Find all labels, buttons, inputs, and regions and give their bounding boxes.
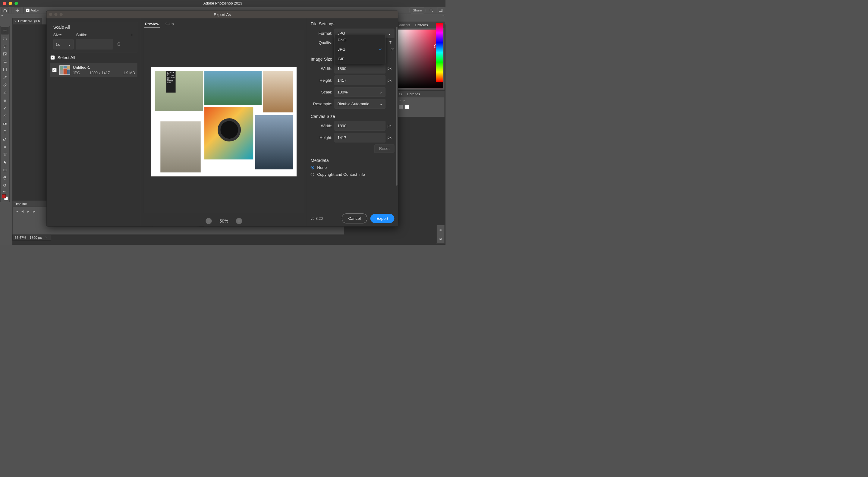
add-scale-button[interactable]: ＋ xyxy=(130,32,134,38)
frame-tool[interactable] xyxy=(1,66,9,73)
dialog-traffic-dot xyxy=(54,13,57,16)
object-select-tool[interactable] xyxy=(1,50,9,58)
svg-rect-3 xyxy=(4,37,6,40)
eyedropper-tool[interactable] xyxy=(1,73,9,81)
share-button[interactable]: Share xyxy=(409,7,426,13)
zoom-tool[interactable] xyxy=(1,182,9,189)
home-button[interactable] xyxy=(1,7,9,13)
pen-tool[interactable] xyxy=(1,143,9,151)
two-up-tab[interactable]: 2-Up xyxy=(164,20,175,28)
scrollbar[interactable] xyxy=(396,27,398,186)
history-brush-tool[interactable] xyxy=(1,104,9,112)
healing-tool[interactable] xyxy=(1,81,9,89)
panel-collapse-right[interactable]: ◂◂ xyxy=(442,14,444,18)
asset-filesize: 1.9 MB xyxy=(123,71,135,75)
workspace-switcher-icon[interactable] xyxy=(437,7,444,13)
canvas-height-input[interactable]: 1417 xyxy=(335,133,385,142)
asset-dimensions: 1890 x 1417 xyxy=(90,71,110,75)
patterns-tab[interactable]: Patterns xyxy=(412,22,430,28)
scale-size-value: 1x xyxy=(56,42,60,47)
close-window-button[interactable] xyxy=(3,2,6,5)
prev-frame-icon[interactable]: ◀| xyxy=(22,210,24,213)
panel-collapse-left[interactable]: ▸▸ xyxy=(1,14,3,18)
clone-stamp-tool[interactable] xyxy=(1,97,9,104)
move-tool[interactable] xyxy=(1,27,9,35)
asset-checkbox[interactable]: ✓ xyxy=(53,68,56,72)
export-as-dialog: Export As Scale All Size: Suffix: ＋ 1x ⌄ xyxy=(46,10,398,227)
format-option-jpg[interactable]: JPG ✓ xyxy=(335,44,385,54)
scale-suffix-input[interactable] xyxy=(76,39,113,50)
search-icon[interactable] xyxy=(428,7,435,13)
export-button[interactable]: Export xyxy=(370,214,395,223)
scale-select[interactable]: 100% ⌄ xyxy=(335,87,385,97)
play-icon[interactable]: ▶ xyxy=(27,210,29,213)
panel-icon[interactable]: ◪ xyxy=(439,237,442,240)
svg-point-9 xyxy=(3,139,5,141)
panel-icon[interactable]: ▭ xyxy=(439,228,442,231)
blur-tool[interactable] xyxy=(1,127,9,135)
chevron-right-icon[interactable]: 〉 xyxy=(45,235,49,240)
scale-all-title: Scale All xyxy=(53,25,134,30)
scale-size-label: Size: xyxy=(53,32,62,37)
path-select-tool[interactable] xyxy=(1,158,9,166)
close-tab-icon[interactable]: × xyxy=(14,19,16,23)
lasso-tool[interactable] xyxy=(1,42,9,50)
swatch[interactable] xyxy=(399,105,403,109)
document-tab[interactable]: × Untitled-1 @ 6 xyxy=(12,18,42,25)
metadata-none-radio[interactable] xyxy=(311,166,314,169)
select-all-checkbox[interactable]: ✓ xyxy=(51,56,55,59)
resample-select[interactable]: Bicubic Automatic ⌄ xyxy=(335,99,385,109)
svg-rect-8 xyxy=(4,123,5,124)
canvas-width-input[interactable]: 1890 xyxy=(335,121,385,130)
delete-scale-icon[interactable] xyxy=(117,41,121,47)
timeline-tab[interactable]: Timeline xyxy=(14,202,27,206)
metadata-copyright-radio[interactable] xyxy=(311,173,314,176)
move-tool-icon[interactable] xyxy=(14,7,21,13)
hand-tool[interactable] xyxy=(1,174,9,181)
goto-first-icon[interactable]: |◀ xyxy=(16,210,18,213)
version-text: v5.8.20 xyxy=(311,216,323,220)
asset-row[interactable]: ✓ Untitled-1 JPG 1890 x 1417 1.9 MB xyxy=(50,63,137,77)
select-all-row[interactable]: ✓ Select All xyxy=(50,55,137,60)
hue-slider[interactable] xyxy=(436,23,443,82)
auto-select-checkbox[interactable]: ✓ Auto- xyxy=(26,8,38,12)
scale-size-select[interactable]: 1x ⌄ xyxy=(53,39,74,50)
brush-tool[interactable] xyxy=(1,89,9,96)
dialog-traffic-dot xyxy=(49,13,52,16)
gradients-tab[interactable]: adients xyxy=(397,22,413,28)
libraries-tab[interactable]: Libraries xyxy=(404,91,423,97)
next-frame-icon[interactable]: |▶ xyxy=(33,210,35,213)
img-height-input[interactable]: 1417 xyxy=(335,76,385,85)
eraser-tool[interactable] xyxy=(1,112,9,120)
minimize-window-button[interactable] xyxy=(9,2,12,5)
quality-label: Quality: xyxy=(311,40,333,45)
collapsed-dock-icons[interactable]: ▭ ◪ xyxy=(437,225,445,244)
format-option-png[interactable]: PNG xyxy=(335,35,385,44)
rectangle-tool[interactable] xyxy=(1,167,9,174)
crop-tool[interactable] xyxy=(1,58,9,65)
metadata-none-label: None xyxy=(317,165,327,170)
type-tool[interactable]: T xyxy=(1,151,9,158)
fg-bg-color[interactable] xyxy=(1,193,9,201)
swatch[interactable] xyxy=(404,105,409,109)
quality-value[interactable]: 7 xyxy=(387,40,395,45)
format-option-label: PNG xyxy=(338,37,347,42)
preview-canvas[interactable]: M T W T F S S1 2 3 4 5 67 8 9 10 11 1213… xyxy=(144,30,304,213)
format-option-gif[interactable]: GIF xyxy=(335,54,385,64)
window-titlebar: Adobe Photoshop 2023 xyxy=(0,0,445,7)
tool-overflow[interactable]: ••• xyxy=(3,190,7,193)
chevron-down-icon: ⌄ xyxy=(388,31,391,36)
chevron-down-icon: ⌄ xyxy=(68,42,71,47)
preview-tab[interactable]: Preview xyxy=(144,20,160,28)
fullscreen-window-button[interactable] xyxy=(14,2,18,5)
img-width-input[interactable]: 1890 xyxy=(335,64,385,73)
cancel-button[interactable]: Cancel xyxy=(342,213,367,223)
zoom-in-button[interactable]: + xyxy=(236,218,242,224)
zoom-out-button[interactable]: − xyxy=(206,218,212,224)
marquee-tool[interactable] xyxy=(1,35,9,42)
gradient-tool[interactable] xyxy=(1,120,9,127)
status-zoom[interactable]: 66,67% xyxy=(15,236,26,239)
dodge-tool[interactable] xyxy=(1,136,9,143)
reset-button[interactable]: Reset xyxy=(374,144,395,153)
status-bar: 66,67% 1890 px 〉 xyxy=(12,235,51,241)
